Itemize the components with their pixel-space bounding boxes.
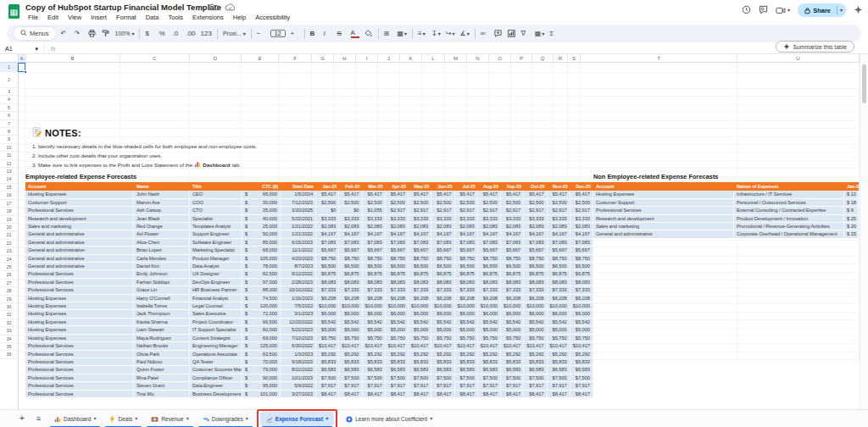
history-icon[interactable] <box>742 3 751 18</box>
cell-month-value[interactable]: $5,833 <box>548 358 570 366</box>
cell[interactable]: Professional Services <box>593 207 734 214</box>
cell-month-value[interactable]: $6,208 <box>431 295 454 302</box>
cell-month-value[interactable]: $10,000 <box>386 302 409 310</box>
cell[interactable]: Personnel / Outsourced Services <box>734 199 844 207</box>
cell-month-value[interactable]: $5,750 <box>363 335 386 342</box>
cell-month-value[interactable]: $8,750 <box>316 255 339 263</box>
cell-month-value[interactable]: $2,500 <box>316 199 339 207</box>
row-header-7[interactable]: 7 <box>0 120 18 128</box>
cell-month-value[interactable]: $10,417 <box>524 342 547 350</box>
cell-ctc[interactable]: $78,000 <box>242 263 281 270</box>
cell-month-value[interactable]: $6,583 <box>339 366 362 374</box>
cell[interactable]: Olivia Park <box>134 351 190 358</box>
cell[interactable]: Kavita Sharma <box>134 319 190 326</box>
cell-month-value[interactable]: $7,500 <box>316 374 339 382</box>
cell[interactable]: $ 18 <box>844 199 859 207</box>
cell-start-date[interactable]: 7/10/2023 <box>281 335 316 342</box>
cell[interactable]: General and administrative <box>25 255 134 263</box>
column-header-n[interactable]: N <box>467 54 489 62</box>
cell-month-value[interactable]: $5,417 <box>363 191 386 198</box>
cell-month-value[interactable]: $5,750 <box>548 335 570 342</box>
cell-month-value[interactable]: $4,167 <box>409 230 431 238</box>
cell[interactable]: Hosting Expenses <box>25 295 134 302</box>
cell[interactable]: Alice Chen <box>134 239 190 247</box>
cell-ctc[interactable]: $50,000 <box>242 230 281 238</box>
cell-month-value[interactable]: $0 <box>339 207 362 214</box>
cell-month-value[interactable]: $5,542 <box>478 319 501 326</box>
cell-month-value[interactable]: $6,583 <box>316 366 339 374</box>
cell-month-value[interactable]: $2,500 <box>363 199 386 207</box>
cell[interactable]: Customer Support <box>25 199 134 207</box>
cell[interactable]: Professional Services <box>25 366 134 374</box>
header-cell[interactable]: Account <box>593 182 734 191</box>
cell-month-value[interactable]: $5,667 <box>501 247 524 254</box>
cell-month-value[interactable]: $6,875 <box>501 270 524 278</box>
cell-month-value[interactable]: $8,083 <box>478 279 501 286</box>
cell-month-value[interactable]: $5,542 <box>339 319 362 326</box>
column-header-h[interactable]: H <box>334 54 356 62</box>
cell-month-value[interactable]: $3,333 <box>548 215 570 223</box>
header-cell-month[interactable]: May-25 <box>409 182 431 191</box>
cell-month-value[interactable]: $5,833 <box>524 358 547 366</box>
cell-month-value[interactable]: $7,083 <box>524 239 547 247</box>
cell-month-value[interactable]: $5,667 <box>570 247 593 254</box>
paint-format-icon[interactable] <box>102 30 110 37</box>
cell[interactable]: Paul Ndlovu <box>134 358 190 366</box>
cell-month-value[interactable]: $5,292 <box>386 351 409 358</box>
column-header-b[interactable]: B <box>25 54 120 62</box>
chevron-down-icon[interactable]: ▾ <box>840 8 843 13</box>
cell[interactable]: Hosting Expenses <box>25 302 134 310</box>
cell-month-value[interactable]: $5,542 <box>548 319 570 326</box>
cell-month-value[interactable]: $5,292 <box>431 351 454 358</box>
column-headers[interactable]: ABCDEFGHIJKLMNOPQRSTU <box>19 54 860 63</box>
cell-month-value[interactable]: $5,542 <box>316 319 339 326</box>
undo-icon[interactable]: ↶ <box>61 30 70 37</box>
cell-month-value[interactable]: $5,000 <box>386 326 409 334</box>
cell-month-value[interactable]: $6,000 <box>501 310 524 318</box>
cell[interactable]: General and administrative <box>25 247 134 254</box>
chevron-down-icon[interactable]: ▾ <box>430 416 432 421</box>
cell-month-value[interactable]: $5,833 <box>316 358 339 366</box>
row-header-25[interactable]: 25 <box>0 263 18 271</box>
cell-month-value[interactable]: $8,083 <box>501 279 524 286</box>
cell-ctc[interactable]: $72,000 <box>242 310 281 318</box>
cell[interactable]: Sales and marketing <box>593 223 734 230</box>
cell-month-value[interactable]: $10,000 <box>339 302 362 310</box>
cell-ctc[interactable]: $95,000 <box>242 382 281 390</box>
cell[interactable]: Engineering Manager <box>190 342 242 350</box>
cell-month-value[interactable]: $6,583 <box>501 366 524 374</box>
cell[interactable]: Tina Wu <box>134 391 190 398</box>
cell-month-value[interactable]: $5,750 <box>524 335 547 342</box>
cell-month-value[interactable]: $2,917 <box>478 207 501 214</box>
menu-help[interactable]: Help <box>229 13 250 22</box>
functions-icon[interactable]: Σ <box>549 30 558 37</box>
cell-month-value[interactable]: $7,083 <box>409 239 431 247</box>
chevron-down-icon[interactable]: ▾ <box>186 416 189 421</box>
cell-ctc[interactable]: $120,000 <box>242 302 281 310</box>
cell-month-value[interactable]: $4,167 <box>570 230 593 238</box>
column-header-j[interactable]: J <box>378 54 400 62</box>
cell-month-value[interactable]: $6,500 <box>339 263 362 270</box>
cell-start-date[interactable]: 4/20/2023 <box>281 255 316 263</box>
cell-month-value[interactable]: $2,083 <box>455 223 478 230</box>
row-header-13[interactable]: 13 <box>0 168 18 175</box>
cell-month-value[interactable]: $5,417 <box>524 191 547 198</box>
row-header-17[interactable]: 17 <box>0 200 18 208</box>
cell[interactable]: Axl Flower <box>134 230 190 238</box>
cell[interactable]: Product Manager <box>190 255 242 263</box>
cell-month-value[interactable]: $2,083 <box>363 223 386 230</box>
column-header-m[interactable]: M <box>445 54 467 62</box>
cell-month-value[interactable]: $5,417 <box>570 191 593 198</box>
cell-month-value[interactable]: $5,417 <box>501 191 524 198</box>
cell-start-date[interactable]: 3/1/2023 <box>281 310 316 318</box>
cell-month-value[interactable]: $5,542 <box>363 319 386 326</box>
cell-month-value[interactable]: $6,500 <box>431 263 454 270</box>
cell-month-value[interactable]: $10,000 <box>524 302 547 310</box>
cell-month-value[interactable]: $5,000 <box>570 326 593 334</box>
text-color-icon[interactable]: A <box>351 30 359 38</box>
header-cell-month[interactable]: Apr-25 <box>386 182 409 191</box>
row-header-6[interactable]: 6 <box>0 112 18 119</box>
cell[interactable]: Data Analyst <box>190 263 242 270</box>
cell-month-value[interactable]: $7,333 <box>501 286 524 294</box>
cell-month-value[interactable]: $5,542 <box>409 319 431 326</box>
